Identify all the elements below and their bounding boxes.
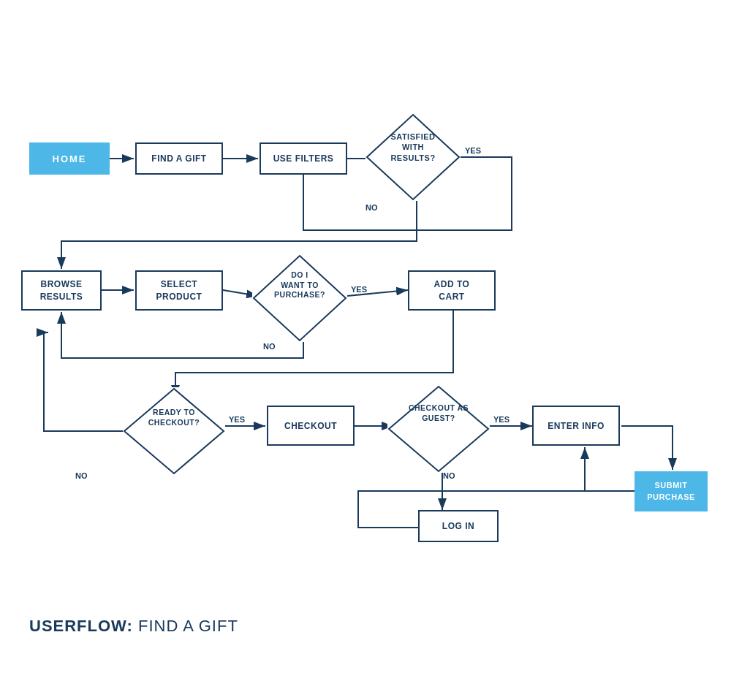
checkout-guest-diamond: CHECKOUT ASGUEST? [387,385,490,473]
browse-results-node: BROWSE RESULTS [21,270,102,311]
yes-label-3: YES [229,415,245,424]
satisfied-diamond: SATISFIEDWITHRESULTS? [366,113,461,201]
submit-purchase-node: SUBMIT PURCHASE [635,471,708,511]
footer-bold: USERFLOW: [29,617,133,635]
checkout-node: CHECKOUT [267,406,355,446]
home-node: HOME [29,142,110,175]
diagram-container: HOME FIND A GIFT USE FILTERS SATISFIEDWI… [0,0,731,658]
select-product-node: SELECT PRODUCT [135,270,223,311]
yes-label-1: YES [465,146,481,155]
do-i-want-diamond: DO IWANT TOPURCHASE? [252,254,347,342]
svg-marker-12 [124,389,224,473]
enter-info-node: ENTER INFO [532,406,620,446]
no-label-3: NO [75,471,88,480]
use-filters-node: USE FILTERS [260,142,347,175]
find-a-gift-node: FIND A GIFT [135,142,223,175]
no-label-1: NO [366,203,378,212]
add-to-cart-node: ADD TO CART [408,270,496,311]
footer-title: USERFLOW: FIND A GIFT [29,617,238,636]
yes-label-2: YES [351,285,367,294]
yes-label-4: YES [493,415,510,424]
svg-marker-13 [389,387,488,471]
footer-light: FIND A GIFT [138,617,238,635]
arrows-svg [0,0,731,658]
no-label-2: NO [263,342,276,351]
no-label-4: NO [443,471,455,480]
log-in-node: LOG IN [418,510,499,542]
ready-checkout-diamond: READY TOCHECKOUT? [123,387,225,475]
